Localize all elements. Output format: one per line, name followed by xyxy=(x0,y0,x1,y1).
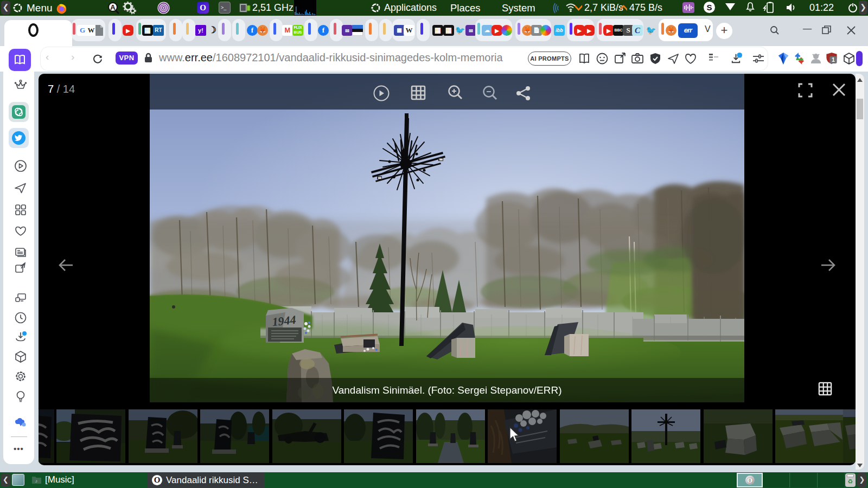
svg-text:1944: 1944 xyxy=(271,313,296,329)
svg-text:♪: ♪ xyxy=(35,478,38,484)
svg-text:A: A xyxy=(110,3,116,11)
svg-text:Vandalism Sinimäel. (Foto: Ser: Vandalism Sinimäel. (Foto: Sergei Stepan… xyxy=(332,384,561,396)
svg-text:1: 1 xyxy=(832,56,835,63)
